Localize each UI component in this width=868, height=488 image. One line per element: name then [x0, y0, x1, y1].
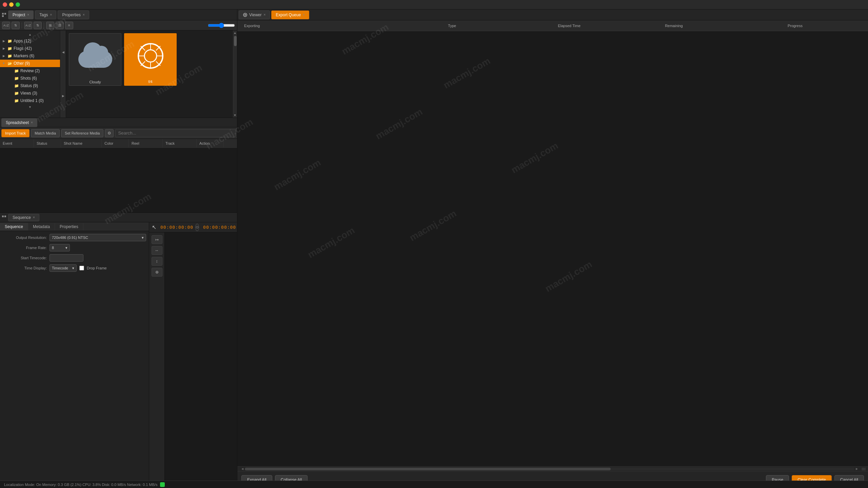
zoom-slider[interactable]	[208, 23, 235, 28]
spreadsheet-settings-button[interactable]: ⚙	[105, 129, 114, 137]
tree-expand-shots	[8, 76, 13, 81]
media-item-f4[interactable]: f/4	[124, 33, 177, 86]
tab-sequence[interactable]: Sequence ×	[8, 214, 39, 221]
tree-item-untitled[interactable]: 📁 Untitled 1 (0)	[0, 97, 60, 104]
panel-icon	[1, 12, 7, 18]
grid-scroll-thumb[interactable]	[234, 36, 237, 46]
media-item-cloudy[interactable]: Cloudy	[69, 33, 121, 86]
tab-export-queue[interactable]: Export Queue ×	[271, 11, 309, 19]
tree-item-shots[interactable]: 📁 Shots (6)	[0, 75, 60, 82]
grid-scroll-down[interactable]: ▼	[233, 113, 237, 118]
sort-order-icon: ⇅	[14, 23, 17, 27]
tree-item-review[interactable]: 📁 Review (2)	[0, 67, 60, 75]
tree-item-views[interactable]: 📁 Views (3)	[0, 89, 60, 97]
project-tree: ▲ ▶ 📁 Apps (12) ▶ 📁 Flags (42)	[0, 30, 60, 118]
tree-expand-apps: ▶	[1, 39, 6, 43]
tab-spreadsheet-close[interactable]: ×	[31, 121, 33, 124]
export-scroll-thumb[interactable]	[245, 468, 611, 470]
project-panel: A↕Z ⇅ A↕Z ⇅ ⊞ ☰ ≡	[0, 20, 237, 118]
tab-export-close[interactable]: ×	[303, 13, 305, 17]
col-action: Action	[197, 139, 224, 147]
export-col-remaining: Remaining	[622, 24, 726, 28]
toolbar-sep-1	[22, 22, 22, 28]
tree-expand-other: ▼	[1, 61, 6, 66]
tab-tags[interactable]: Tags ×	[35, 11, 56, 19]
prop-framerate-chevron: ▾	[65, 246, 67, 250]
col-color: Color	[102, 139, 129, 147]
scroll-right-btn[interactable]: ▶	[854, 467, 859, 471]
prop-timecode-input[interactable]	[50, 254, 83, 262]
prop-timedisplay-chevron: ▾	[72, 266, 74, 270]
sequence-timeline: ↖ 00:00:00:00 ⊙ 00:00:00:00 ↦ ↔ ↕	[149, 222, 237, 488]
spreadsheet-search[interactable]	[115, 129, 236, 137]
tree-item-apps[interactable]: ▶ 📁 Apps (12)	[0, 37, 60, 45]
tab-properties-close[interactable]: ×	[83, 13, 85, 17]
export-scroll-track	[245, 468, 854, 470]
tab-sequence-close[interactable]: ×	[33, 216, 35, 219]
match-media-button[interactable]: Match Media	[31, 129, 60, 137]
cursor-tool[interactable]: ↖	[152, 223, 156, 232]
sequence-properties: Output Resolution: 720x486 (0.91) NTSC ▾…	[0, 231, 149, 488]
maximize-button[interactable]	[16, 2, 20, 7]
tab-viewer-close[interactable]: ×	[263, 13, 265, 17]
seq-sub-tabs: Sequence Metadata Properties	[0, 222, 149, 231]
sort-az-button[interactable]: A↕Z	[2, 22, 10, 29]
tree-item-markers[interactable]: ▶ 📁 Markers (6)	[0, 52, 60, 60]
prop-row-timedisplay: Time Display: Timecode ▾ Drop Frame	[3, 264, 146, 272]
seq-tab-metadata[interactable]: Metadata	[28, 223, 55, 230]
set-reference-button[interactable]: Set Reference Media	[61, 129, 103, 137]
drop-frame-checkbox[interactable]	[79, 266, 84, 270]
tree-expand-status	[8, 83, 13, 88]
seq-tab-sequence[interactable]: Sequence	[0, 223, 28, 230]
tree-label-flags: Flags (42)	[14, 46, 59, 51]
tree-expand-review	[8, 68, 13, 73]
prop-timedisplay-value: Timecode	[52, 266, 68, 270]
prop-framerate-value: 8	[52, 246, 54, 250]
seq-ctrl-out[interactable]: ↕	[152, 257, 162, 266]
view-order-button[interactable]: ⇅	[34, 22, 42, 29]
seq-ctrl-in[interactable]: ↦	[152, 235, 162, 244]
close-button[interactable]	[3, 2, 7, 7]
import-track-button[interactable]: Import Track	[1, 129, 29, 137]
seq-ctrl-fit[interactable]: ↔	[152, 246, 162, 255]
sort-order-button[interactable]: ⇅	[12, 22, 20, 29]
tree-nav-left[interactable]: ◀	[61, 30, 66, 74]
media-thumbnail-f4	[125, 34, 176, 78]
tab-project-close[interactable]: ×	[27, 13, 29, 17]
view-grid-button[interactable]: ⊞	[46, 22, 54, 29]
prop-timedisplay-select[interactable]: Timecode ▾	[50, 264, 77, 272]
tab-project[interactable]: Project ×	[8, 11, 34, 19]
tab-spreadsheet[interactable]: Spreadsheet ×	[1, 118, 37, 127]
tab-sequence-label: Sequence	[13, 215, 31, 220]
seq-ctrl-extra[interactable]: ⊕	[152, 268, 162, 277]
set-reference-label: Set Reference Media	[65, 131, 100, 135]
tab-properties[interactable]: Properties ×	[58, 11, 89, 19]
tree-item-other[interactable]: ▼ 📂 Other (9)	[0, 60, 60, 67]
prop-framerate-select[interactable]: 8 ▾	[50, 244, 70, 251]
tree-scroll-down[interactable]: ▼	[0, 104, 60, 110]
seq-tab-properties[interactable]: Properties	[55, 223, 83, 230]
tree-scroll-up[interactable]: ▲	[0, 32, 60, 37]
tab-tags-close[interactable]: ×	[50, 13, 52, 17]
tree-item-flags[interactable]: ▶ 📁 Flags (42)	[0, 45, 60, 52]
view-az-button[interactable]: A↕Z	[24, 22, 32, 29]
view-list-button[interactable]: ☰	[56, 22, 64, 29]
tc-menu-button[interactable]: ⊙	[195, 224, 199, 231]
prop-resolution-select[interactable]: 720x486 (0.91) NTSC ▾	[50, 234, 146, 241]
tree-nav-right[interactable]: ▶	[61, 74, 66, 118]
scroll-left-btn[interactable]: ◀	[240, 467, 245, 471]
tab-viewer[interactable]: Viewer ×	[239, 11, 270, 19]
media-label-f4: f/4	[148, 80, 152, 84]
tab-spreadsheet-label: Spreadsheet	[6, 120, 29, 125]
grid-scroll-up[interactable]: ▲	[233, 30, 237, 35]
tree-label-review: Review (2)	[20, 68, 59, 73]
main-container: Project × Tags × Properties × A↕Z ⇅	[0, 9, 868, 488]
tab-viewer-label: Viewer	[249, 13, 261, 17]
tree-label-status: Status (9)	[20, 83, 59, 88]
minimize-button[interactable]	[9, 2, 14, 7]
spreadsheet-header: Event Status Shot Name Color Reel Track	[0, 139, 237, 148]
export-col-progress: Progress	[726, 24, 864, 28]
view-detail-button[interactable]: ≡	[65, 22, 73, 29]
sequence-tab-bar: Sequence ×	[0, 213, 237, 222]
tree-item-status[interactable]: 📁 Status (9)	[0, 82, 60, 89]
